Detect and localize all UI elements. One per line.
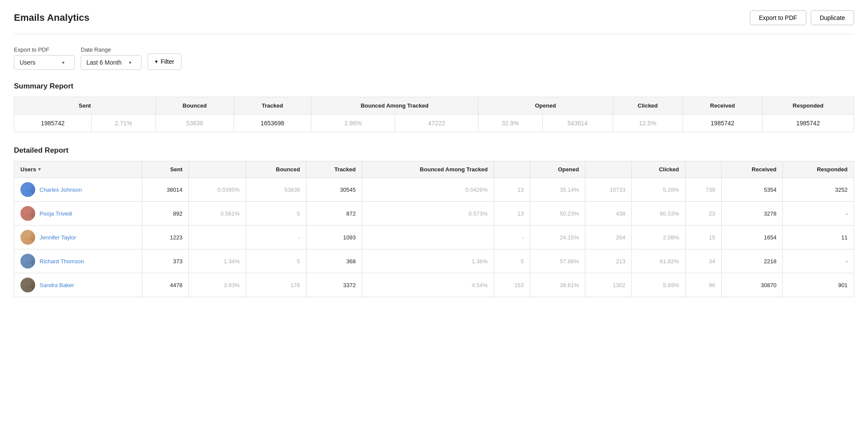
clicked-pct: 60.53% xyxy=(632,202,685,226)
received: 5354 xyxy=(721,178,782,202)
svg-point-2 xyxy=(25,209,31,215)
detail-th-sent-pct xyxy=(189,161,246,178)
page-container: Emails Analytics Export to PDF Duplicate… xyxy=(0,0,868,308)
users-select-value: Users xyxy=(20,59,36,66)
export-pdf-filter-group: Export to PDF Users ▾ xyxy=(14,46,75,70)
svg-point-3 xyxy=(23,216,33,221)
user-cell: Pooja Trivedi xyxy=(14,202,142,226)
opened-count: 264 xyxy=(585,226,632,249)
responded: - xyxy=(783,202,854,226)
avatar xyxy=(20,254,35,268)
avatar xyxy=(20,182,35,197)
summary-th-received: Received xyxy=(683,97,762,115)
sent-value: 1223 xyxy=(142,226,189,249)
opened-pct: 38.61% xyxy=(530,273,585,297)
filters-bar: Export to PDF Users ▾ Date Range Last 6 … xyxy=(14,43,854,70)
opened-count: 213 xyxy=(585,249,632,273)
bat-count: 5 xyxy=(494,249,530,273)
bat-pct: 0.0426% xyxy=(362,178,494,202)
filter-button[interactable]: ▾ Filter xyxy=(148,53,182,70)
svg-point-1 xyxy=(23,192,33,197)
duplicate-button[interactable]: Duplicate xyxy=(811,10,854,25)
summary-table: Sent Bounced Tracked Bounced Among Track… xyxy=(14,97,854,132)
bounced-count: 53838 xyxy=(246,178,307,202)
svg-point-7 xyxy=(23,263,33,268)
opened-pct: 24.15% xyxy=(530,226,585,249)
detailed-table: Users ▾ Sent Bounced Tracked Bounced Amo… xyxy=(14,161,854,297)
summary-section: Summary Report Sent Bounced Tracked Boun… xyxy=(14,82,854,132)
sent-value: 4478 xyxy=(142,273,189,297)
page-header: Emails Analytics Export to PDF Duplicate xyxy=(14,10,854,34)
svg-point-0 xyxy=(25,185,31,191)
detail-th-opened-count xyxy=(585,161,632,178)
detail-th-tracked: Tracked xyxy=(306,161,362,178)
bounced-pct xyxy=(189,226,246,249)
detail-th-clicked-count xyxy=(685,161,721,178)
date-range-select[interactable]: Last 6 Month ▾ xyxy=(81,55,142,70)
sent-value: 38014 xyxy=(142,178,189,202)
users-chevron-icon: ▾ xyxy=(62,60,65,65)
responded: 901 xyxy=(783,273,854,297)
summary-th-tracked: Tracked xyxy=(234,97,311,115)
bat-count: 13 xyxy=(494,178,530,202)
summary-bat-pct: 2.86% xyxy=(311,115,395,132)
detailed-section: Detailed Report Users ▾ Sent Bounced Tra… xyxy=(14,146,854,297)
svg-point-8 xyxy=(25,280,31,286)
table-row: Richard Thomson 373 1.34% 5 368 1.36% 5 … xyxy=(14,249,854,273)
clicked-count: 15 xyxy=(685,226,721,249)
clicked-count: 739 xyxy=(685,178,721,202)
opened-count: 1302 xyxy=(585,273,632,297)
tracked: 872 xyxy=(306,202,362,226)
opened-pct: 57.88% xyxy=(530,249,585,273)
avatar xyxy=(20,278,35,292)
received: 3278 xyxy=(721,202,782,226)
svg-point-9 xyxy=(23,287,33,292)
bat-count: - xyxy=(494,226,530,249)
clicked-pct: 5.69% xyxy=(632,273,685,297)
sent-value: 373 xyxy=(142,249,189,273)
users-select[interactable]: Users ▾ xyxy=(14,55,75,70)
bat-pct xyxy=(362,226,494,249)
tracked: 368 xyxy=(306,249,362,273)
summary-title: Summary Report xyxy=(14,82,854,91)
detail-th-received: Received xyxy=(721,161,782,178)
detail-th-users[interactable]: Users ▾ xyxy=(14,161,142,178)
bounced-count: - xyxy=(246,226,307,249)
user-cell: Richard Thomson xyxy=(14,249,142,273)
opened-count: 10733 xyxy=(585,178,632,202)
user-link[interactable]: Richard Thomson xyxy=(40,258,84,265)
received: 2218 xyxy=(721,249,782,273)
clicked-pct: 2.08% xyxy=(632,226,685,249)
user-link[interactable]: Pooja Trivedi xyxy=(40,210,72,217)
user-link[interactable]: Sandra Baker xyxy=(40,282,74,288)
bat-pct: 0.573% xyxy=(362,202,494,226)
summary-opened-pct: 32.9% xyxy=(478,115,542,132)
date-range-label: Date Range xyxy=(81,46,142,53)
bounced-pct: 3.93% xyxy=(189,273,246,297)
summary-th-sent: Sent xyxy=(14,97,156,115)
responded: 11 xyxy=(783,226,854,249)
tracked: 1093 xyxy=(306,226,362,249)
date-range-filter-group: Date Range Last 6 Month ▾ xyxy=(81,46,142,70)
user-link[interactable]: Charles Johnson xyxy=(40,187,82,193)
header-actions: Export to PDF Duplicate xyxy=(750,10,854,25)
summary-th-clicked: Clicked xyxy=(613,97,683,115)
filter-button-group: ▾ Filter xyxy=(148,43,182,70)
summary-responded: 1985742 xyxy=(762,115,854,132)
user-link[interactable]: Jennifer Taylor xyxy=(40,234,76,241)
clicked-count: 34 xyxy=(685,249,721,273)
avatar xyxy=(20,206,35,221)
summary-opened-count: 543814 xyxy=(542,115,613,132)
detail-th-sent: Sent xyxy=(142,161,189,178)
opened-pct: 50.23% xyxy=(530,202,585,226)
detail-th-bat: Bounced Among Tracked xyxy=(362,161,494,178)
date-range-value: Last 6 Month xyxy=(86,59,122,66)
summary-bounced-count: 53838 xyxy=(155,115,234,132)
clicked-count: 96 xyxy=(685,273,721,297)
summary-bounced-pct: 2.71% xyxy=(91,115,155,132)
table-row: Jennifer Taylor 1223 - 1093 - 24.15% 264… xyxy=(14,226,854,249)
bounced-count: 5 xyxy=(246,202,307,226)
user-cell: Jennifer Taylor xyxy=(14,226,142,249)
export-pdf-button[interactable]: Export to PDF xyxy=(750,10,806,25)
clicked-pct: 61.82% xyxy=(632,249,685,273)
